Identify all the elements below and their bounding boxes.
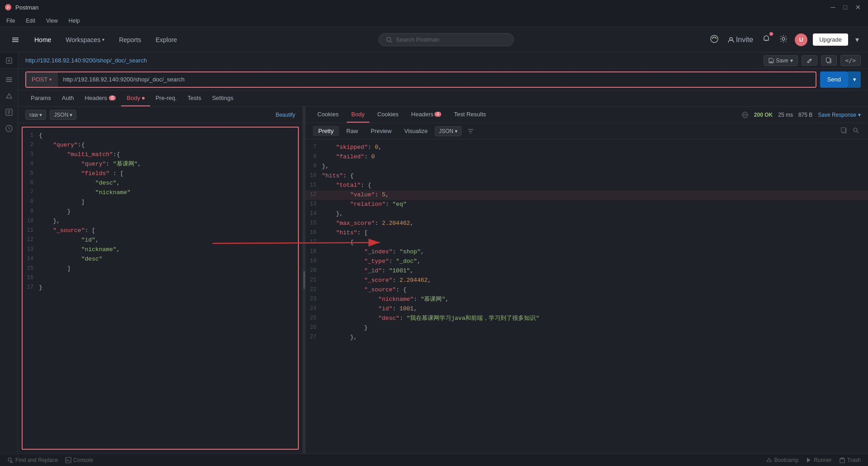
req-tab-params[interactable]: Params xyxy=(25,90,57,106)
resp-line-9: 9 }, xyxy=(306,162,868,171)
resp-line-23: 23 "nickname": "慕课网", xyxy=(306,295,868,304)
minimize-button[interactable]: ─ xyxy=(828,3,838,12)
request-bar: POST ▾ Send ▾ xyxy=(18,69,868,90)
invite-button[interactable]: Invite xyxy=(726,34,755,46)
console-label: Console xyxy=(73,457,93,463)
save-chevron-icon: ▾ xyxy=(790,57,793,64)
method-label: POST xyxy=(32,76,47,83)
search-response-button[interactable] xyxy=(851,125,861,137)
close-button[interactable]: ✕ xyxy=(853,3,863,12)
bootcamp-button[interactable]: Bootcamp xyxy=(766,457,798,463)
resp-view-raw-button[interactable]: Raw xyxy=(341,126,363,136)
nav-workspaces[interactable]: Workspaces ▾ xyxy=(58,33,112,47)
copy-button[interactable] xyxy=(821,55,837,66)
resp-line-11: 11 "total": { xyxy=(306,181,868,190)
resp-line-8: 8 "failed": 0 xyxy=(306,152,868,162)
code-line-4: 4 "query": "慕课网", xyxy=(23,160,298,169)
resp-line-19: 19 "_type": "_doc", xyxy=(306,257,868,266)
code-line-10: 10 }, xyxy=(23,217,298,226)
req-tab-tests[interactable]: Tests xyxy=(182,90,207,106)
send-button[interactable]: Send xyxy=(820,71,848,88)
beautify-button[interactable]: Beautify xyxy=(276,112,295,118)
sidebar: API xyxy=(0,52,18,455)
save-response-label: Save Response xyxy=(818,112,856,118)
save-button[interactable]: Save ▾ xyxy=(764,55,797,66)
tab-new-area xyxy=(0,52,18,69)
resp-tab-cookies[interactable]: Cookies xyxy=(373,107,403,123)
settings-button[interactable] xyxy=(778,33,789,47)
req-tab-headers[interactable]: Headers 8 xyxy=(80,90,122,106)
nav-explore[interactable]: Explore xyxy=(148,33,184,47)
save-response-chevron-icon: ▾ xyxy=(858,112,861,118)
resp-line-24: 24 "id": 1001, xyxy=(306,304,868,314)
notifications-badge xyxy=(769,32,773,36)
nav-reports[interactable]: Reports xyxy=(112,33,148,47)
req-tab-prereq[interactable]: Pre-req. xyxy=(150,90,182,106)
code-button[interactable]: </> xyxy=(840,55,861,66)
code-editor[interactable]: 1 { 2 "query":{ 3 "multi_match":{ xyxy=(23,128,298,296)
edit-button[interactable] xyxy=(802,55,817,66)
resp-filter-icon-btn[interactable] xyxy=(467,128,474,135)
code-line-8: 8 ] xyxy=(23,198,298,207)
code-line-13: 13 "nickname", xyxy=(23,245,298,255)
sidebar-collections-icon[interactable] xyxy=(2,72,16,87)
save-response-button[interactable]: Save Response ▾ xyxy=(818,112,861,118)
copy-response-button[interactable] xyxy=(839,125,849,137)
svg-rect-21 xyxy=(6,81,12,82)
url-input[interactable] xyxy=(57,72,815,87)
upgrade-chevron-icon[interactable]: ▾ xyxy=(854,33,861,46)
menu-help[interactable]: Help xyxy=(67,17,82,25)
req-tab-auth[interactable]: Auth xyxy=(57,90,80,106)
resp-tab-headers[interactable]: Headers 4 xyxy=(407,107,446,123)
sidebar-environments-icon[interactable] xyxy=(2,89,16,103)
resp-line-25: 25 "desc": "我在慕课网学习java和前端，学习到了很多知识" xyxy=(306,314,868,323)
nav-home[interactable]: Home xyxy=(27,33,58,47)
req-tab-settings[interactable]: Settings xyxy=(207,90,239,106)
resp-tab-test-results[interactable]: Test Results xyxy=(449,107,491,123)
code-line-14: 14 "desc" xyxy=(23,255,298,264)
new-collection-icon xyxy=(5,57,13,64)
response-time: 25 ms xyxy=(778,112,793,118)
request-body-editor[interactable]: 1 { 2 "query":{ 3 "multi_match":{ xyxy=(22,127,299,450)
resp-cookies-outside-tab[interactable]: Cookies xyxy=(313,111,343,119)
resp-view-visualize-button[interactable]: Visualize xyxy=(399,126,433,136)
sidebar-history-icon[interactable] xyxy=(2,121,16,136)
save-label: Save xyxy=(776,57,788,64)
code-line-6: 6 "desc", xyxy=(23,179,298,188)
sidebar-toggle-button[interactable] xyxy=(7,32,24,48)
send-arrow-button[interactable]: ▾ xyxy=(848,71,861,88)
body-lang-json-button[interactable]: JSON ▾ xyxy=(50,110,76,120)
resp-format-select[interactable]: JSON ▾ xyxy=(435,126,462,136)
req-tab-body[interactable]: Body xyxy=(121,90,150,106)
resp-view-preview-button[interactable]: Preview xyxy=(365,126,397,136)
svg-rect-30 xyxy=(826,58,830,62)
response-panel: Cookies Body Cookies Headers 4 Test Resu… xyxy=(306,107,868,453)
panel-divider[interactable] xyxy=(303,107,306,453)
save-icon xyxy=(769,58,774,63)
find-replace-button[interactable]: Find and Replace xyxy=(7,457,58,463)
sidebar-mock-icon[interactable] xyxy=(2,105,16,119)
url-actions: Save ▾ </> xyxy=(764,55,861,66)
code-line-17: 17 } xyxy=(23,283,298,293)
sync-icon-btn[interactable] xyxy=(708,33,721,47)
menu-file[interactable]: File xyxy=(5,17,17,25)
svg-rect-49 xyxy=(840,459,844,463)
upgrade-button[interactable]: Upgrade xyxy=(813,33,848,46)
search-input[interactable]: Search Postman xyxy=(378,33,514,46)
avatar[interactable]: U xyxy=(795,33,807,46)
body-format-raw-button[interactable]: raw ▾ xyxy=(25,110,46,120)
trash-button[interactable]: Trash xyxy=(839,457,861,463)
console-button[interactable]: Console xyxy=(65,457,93,463)
resp-view-pretty-button[interactable]: Pretty xyxy=(313,126,339,136)
workspaces-chevron-icon: ▾ xyxy=(102,37,104,42)
method-chevron-icon: ▾ xyxy=(49,77,52,82)
runner-button[interactable]: Runner xyxy=(806,457,831,463)
copy-response-icon xyxy=(841,127,847,133)
maximize-button[interactable]: □ xyxy=(841,3,850,12)
notifications-button[interactable] xyxy=(760,33,772,47)
method-select[interactable]: POST ▾ xyxy=(26,72,57,87)
menu-edit[interactable]: Edit xyxy=(24,17,37,25)
code-line-1: 1 { xyxy=(23,131,298,141)
resp-tab-body[interactable]: Body xyxy=(347,107,369,123)
menu-view[interactable]: View xyxy=(44,17,60,25)
